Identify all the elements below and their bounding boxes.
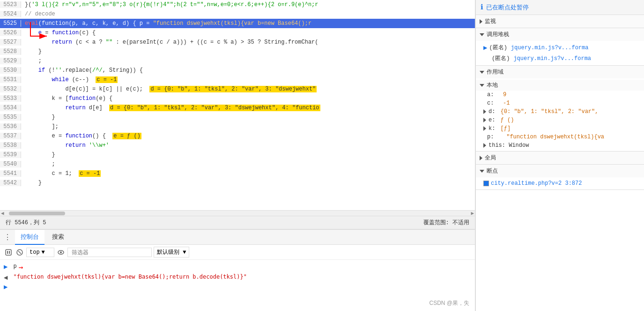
filter-input[interactable] bbox=[67, 248, 152, 257]
monitor-header[interactable]: 监视 bbox=[476, 15, 644, 28]
code-line-5538: 5538 return '\\w+' bbox=[0, 141, 475, 150]
code-line-5541: 5541 c = 1; c = -1 bbox=[0, 169, 475, 178]
scope-header[interactable]: 作用域 bbox=[476, 66, 644, 78]
svg-rect-1 bbox=[6, 250, 11, 255]
scope-expand-k-icon bbox=[483, 126, 486, 131]
console-output[interactable]: ▶ p → ◀ "function dswejwehxt(tksl){var b… bbox=[0, 260, 475, 311]
scope-collapse-icon bbox=[480, 71, 484, 74]
context-selector[interactable]: top ▼ bbox=[26, 248, 54, 257]
info-icon: ℹ bbox=[481, 3, 483, 12]
callstack-label: 调用堆栈 bbox=[487, 30, 509, 38]
local-scope-label: 本地 bbox=[487, 81, 498, 89]
section-monitor: 监视 bbox=[476, 15, 644, 28]
callstack-header[interactable]: 调用堆栈 bbox=[476, 28, 644, 41]
callstack-content: ▶ (匿名) jquery.min.js?v...forma (匿名) jque… bbox=[476, 41, 644, 65]
console-var-p: p bbox=[13, 263, 16, 269]
line-num-5535: 5535 bbox=[0, 114, 21, 121]
scrollbar-thumb[interactable] bbox=[9, 212, 65, 215]
line-num-5524: 5524 bbox=[0, 11, 21, 17]
global-label: 全局 bbox=[485, 154, 496, 162]
monitor-collapse-icon bbox=[480, 19, 482, 24]
scope-item-d[interactable]: d: {0: "b", 1: "tksl", 2: "var", bbox=[476, 107, 644, 116]
bottom-tabs: ⋮ 控制台 搜索 bbox=[0, 230, 475, 245]
line-num-5538: 5538 bbox=[0, 142, 21, 149]
code-content-5532: d[e(c)] = k[c] || e(c); d = {0: "b", 1: … bbox=[21, 86, 317, 92]
callstack-file-0: jquery.min.js?v...forma bbox=[511, 45, 589, 51]
clear-console-button[interactable] bbox=[15, 248, 24, 257]
local-scope-icon bbox=[480, 84, 484, 87]
line-num-5541: 5541 bbox=[0, 170, 21, 177]
debug-header-text: 已在断点处暂停 bbox=[486, 3, 529, 12]
line-num-5530: 5530 bbox=[0, 67, 21, 74]
scope-val-p: "function dswejwehxt(tksl){va bbox=[503, 134, 604, 140]
scope-val-a: 9 bbox=[503, 91, 506, 98]
scope-item-this[interactable]: this: Window bbox=[476, 141, 644, 150]
context-dropdown-arrow: ▼ bbox=[42, 249, 45, 256]
tab-search[interactable]: 搜索 bbox=[46, 230, 70, 245]
breakpoints-content: city.realtime.php?v=2 3:872 bbox=[476, 177, 644, 190]
log-level-selector[interactable]: 默认级别 ▼ bbox=[154, 247, 189, 258]
scope-item-e[interactable]: e: ƒ () bbox=[476, 116, 644, 124]
debug-header: ℹ 已在断点处暂停 bbox=[476, 0, 644, 15]
monitor-label: 监视 bbox=[485, 17, 496, 25]
console-output-string: "function dswejwehxt(tksl){var b=new Bas… bbox=[13, 273, 247, 280]
line-num-5526: 5526 bbox=[0, 30, 21, 36]
code-area[interactable]: 5523 }('3 l(){2 r="v",n="5",e="8";3 o(r)… bbox=[0, 0, 475, 210]
code-content-5531: while (c--) c = -1 bbox=[21, 76, 118, 83]
section-breakpoints: 断点 city.realtime.php?v=2 3:872 bbox=[476, 165, 644, 190]
console-toolbar: top ▼ 默认级别 ▼ bbox=[0, 245, 475, 260]
scope-item-c: c: -1 bbox=[476, 99, 644, 107]
tab-menu-dots[interactable]: ⋮ bbox=[4, 233, 11, 242]
code-content-5536: ]; bbox=[21, 123, 59, 130]
console-collapse-arrow[interactable]: ◀ bbox=[4, 273, 7, 281]
code-line-5529: 5529 ; bbox=[0, 56, 475, 66]
bottom-panel: ⋮ 控制台 搜索 bbox=[0, 229, 475, 311]
scope-key-d: d: bbox=[489, 108, 495, 115]
live-expression-button[interactable] bbox=[56, 248, 66, 257]
code-line-5532: 5532 d[e(c)] = k[c] || e(c); d = {0: "b"… bbox=[0, 84, 475, 94]
tab-console[interactable]: 控制台 bbox=[15, 230, 44, 245]
code-line-5526: 5526 e = function(c) { bbox=[0, 28, 475, 38]
scope-val-e: ƒ () bbox=[497, 117, 514, 123]
scope-key-a: a: bbox=[487, 91, 501, 98]
pause-on-exception-button[interactable] bbox=[4, 248, 13, 257]
scope-item-k[interactable]: k: [ƒ] bbox=[476, 124, 644, 133]
code-line-5527: 5527 return (c < a ? "" : e(parseInt(c /… bbox=[0, 38, 475, 47]
code-line-5533: 5533 k = [function(e) { bbox=[0, 94, 475, 103]
code-line-5531: 5531 while (c--) c = -1 bbox=[0, 75, 475, 84]
console-line-output: ◀ "function dswejwehxt(tksl){var b=new B… bbox=[4, 273, 471, 282]
code-content-5537: e = function() { e = ƒ () bbox=[21, 133, 141, 139]
section-scope: 作用域 本地 a: 9 c: -1 d: bbox=[476, 66, 644, 152]
code-panel: 5523 }('3 l(){2 r="v",n="5",e="8";3 o(r)… bbox=[0, 0, 475, 311]
scope-expand-this-icon bbox=[483, 143, 486, 148]
callstack-item-1[interactable]: (匿名) jquery.min.js?v...forma bbox=[476, 53, 644, 64]
scope-item-p: p: "function dswejwehxt(tksl){va bbox=[476, 133, 644, 141]
line-num-5529: 5529 bbox=[0, 58, 21, 64]
watermark-text: CSDN @果，失 bbox=[429, 299, 469, 307]
code-content-5542: } bbox=[21, 180, 42, 186]
line-num-5527: 5527 bbox=[0, 39, 21, 46]
line-num-5525: 5525 bbox=[0, 20, 21, 27]
callstack-item-0[interactable]: ▶ (匿名) jquery.min.js?v...forma bbox=[476, 42, 644, 53]
console-cursor-gt[interactable]: ▶ bbox=[4, 283, 7, 290]
code-line-5535: 5535 } bbox=[0, 113, 475, 122]
console-prompt-gt: ▶ bbox=[4, 263, 7, 270]
scope-label: 作用域 bbox=[487, 68, 503, 76]
scope-key-this: this: Window bbox=[489, 142, 529, 149]
local-scope-header[interactable]: 本地 bbox=[476, 80, 644, 91]
horizontal-scrollbar[interactable]: ◀ ▶ bbox=[0, 210, 475, 216]
scope-val-c: -1 bbox=[503, 100, 510, 106]
code-content-5530: if (!''.replace(/^/, String)) { bbox=[21, 67, 143, 74]
console-line-cursor: ▶ bbox=[4, 282, 471, 291]
log-level-label: 默认级别 bbox=[157, 249, 179, 256]
breakpoint-item-0[interactable]: city.realtime.php?v=2 3:872 bbox=[476, 179, 644, 188]
right-panel: ℹ 已在断点处暂停 监视 调用堆栈 ▶ (匿名) jquery.min.js?v… bbox=[475, 0, 644, 311]
log-level-arrow: ▼ bbox=[183, 249, 186, 256]
code-content-5526: e = function(c) { bbox=[21, 30, 96, 36]
context-value: top bbox=[30, 249, 40, 256]
global-header[interactable]: 全局 bbox=[476, 152, 644, 164]
breakpoint-checkbox-0[interactable] bbox=[483, 181, 489, 186]
code-content-5523: }('3 l(){2 r="v",n="5",e="8";3 o(r){m(!r… bbox=[21, 1, 318, 8]
breakpoints-header[interactable]: 断点 bbox=[476, 165, 644, 177]
scope-key-p: p: bbox=[487, 134, 501, 140]
